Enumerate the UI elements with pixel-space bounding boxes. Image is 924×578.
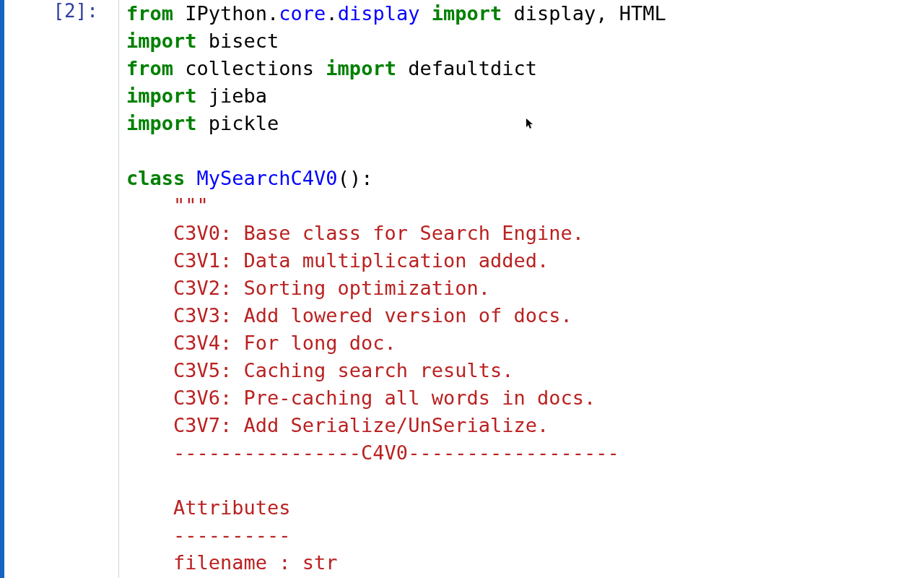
code-token: C3V3: Add lowered version of docs. [126,304,572,327]
code-token: (): [338,167,373,189]
code-token: . [267,2,279,25]
execution-count-label: [2]: [53,0,108,22]
code-token: bisect [197,30,279,52]
code-token: ---------- [126,524,291,546]
code-token: C3V5: Caching search results. [126,359,513,381]
code-token: display [338,2,420,25]
notebook-viewport: [2]: from IPython.core.display import di… [0,0,924,578]
code-token [126,469,173,491]
code-token: """ [126,194,209,217]
code-token: C3V4: For long doc. [126,332,396,354]
code-token: filename : str [126,551,338,574]
code-token: jieba [197,85,268,107]
code-token: from [126,2,173,25]
code-token: import [126,112,197,134]
code-token: class [126,167,185,189]
code-token: C3V7: Add Serialize/UnSerialize. [126,414,549,436]
prompt-column: [2]: [4,0,108,578]
code-token: from [126,57,173,79]
code-token: C3V2: Sorting optimization. [126,277,490,299]
code-token: collections [173,57,326,79]
code-editor[interactable]: from IPython.core.display import display… [126,0,924,578]
code-token: . [326,2,337,25]
code-token: C3V1: Data multiplication added. [126,249,549,272]
code-token: defaultdict [396,57,537,79]
code-token: import [126,30,197,52]
code-token: import [126,85,197,107]
code-token: core [279,2,326,25]
code-token: import [432,2,502,25]
code-token: C3V6: Pre-caching all words in docs. [126,387,596,409]
code-token: display, HTML [502,2,666,25]
code-token: IPython [173,2,267,25]
code-token: pickle [197,112,279,134]
code-token [185,167,196,189]
code-token: Attributes [126,496,291,519]
code-token: ----------------C4V0------------------ [126,441,619,464]
code-input-area[interactable]: from IPython.core.display import display… [119,0,924,578]
code-cell[interactable]: [2]: from IPython.core.display import di… [0,0,924,578]
code-token [419,2,431,25]
code-token: MySearchC4V0 [197,167,338,189]
code-token: import [326,57,396,79]
code-token: C3V0: Base class for Search Engine. [126,222,584,244]
